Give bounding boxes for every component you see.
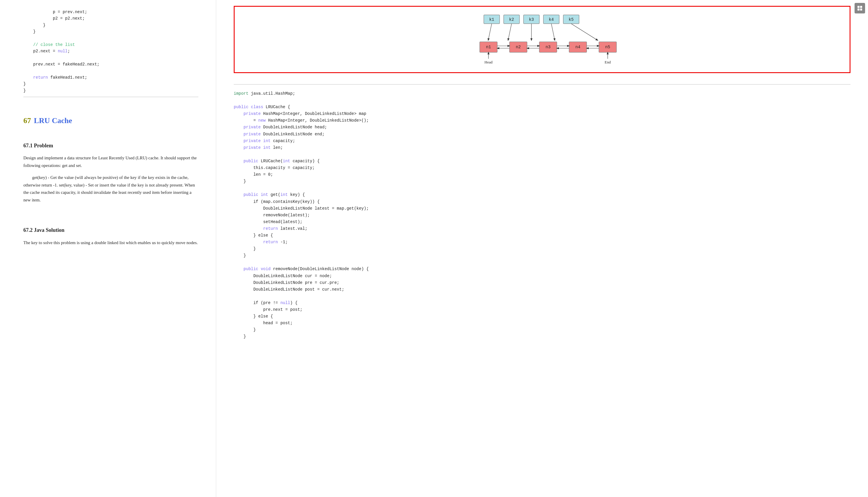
- svg-line-10: [488, 24, 492, 40]
- section-title: LRU Cache: [34, 115, 72, 127]
- svg-rect-37: [857, 6, 859, 8]
- java-code: import java.util.HashMap; public class L…: [234, 90, 851, 340]
- code-line: }: [24, 81, 198, 87]
- svg-line-11: [508, 24, 512, 40]
- svg-text:Head: Head: [484, 60, 492, 64]
- code-top-section: p = prev.next; p2 = p2.next; } } // clos…: [24, 9, 198, 94]
- subsection-gap: [24, 135, 198, 142]
- divider-top: [24, 97, 198, 97]
- problem-text-1: Design and implement a data structure fo…: [24, 154, 198, 169]
- section-gap: [24, 103, 198, 115]
- code-line: return fakeHead1.next;: [24, 74, 198, 81]
- svg-text:k4: k4: [549, 17, 554, 22]
- subsection-67-2-title: 67.2 Java Solution: [24, 226, 198, 235]
- divider-code: [234, 84, 851, 85]
- svg-text:k1: k1: [489, 17, 494, 22]
- code-line: [24, 55, 198, 61]
- code-line: p2.next = null;: [24, 48, 198, 54]
- section-heading: 67 LRU Cache: [24, 115, 198, 127]
- corner-icon[interactable]: [855, 3, 865, 13]
- code-line: }: [24, 22, 198, 28]
- code-line: }: [24, 87, 198, 94]
- right-panel: k1 k2 k3 k4 k5: [216, 0, 868, 497]
- code-line: prev.next = fakeHead2.next;: [24, 61, 198, 68]
- section-number: 67: [24, 115, 31, 127]
- code-line: }: [24, 28, 198, 35]
- subsection-67-1-title: 67.1 Problem: [24, 142, 198, 150]
- svg-text:k5: k5: [569, 17, 574, 22]
- gap: [24, 209, 198, 226]
- code-line: p = prev.next;: [24, 9, 198, 15]
- code-block-top: p = prev.next; p2 = p2.next; } } // clos…: [24, 9, 198, 94]
- svg-text:n1: n1: [486, 45, 491, 49]
- svg-text:n5: n5: [605, 45, 610, 49]
- code-line: p2 = p2.next;: [24, 15, 198, 22]
- svg-rect-40: [860, 9, 862, 11]
- svg-text:n2: n2: [516, 45, 520, 49]
- svg-text:k3: k3: [529, 17, 534, 22]
- code-line: [24, 35, 198, 42]
- lru-diagram: k1 k2 k3 k4 k5: [234, 6, 851, 73]
- problem-text-2: get(key) - Get the value (will always be…: [24, 174, 198, 204]
- code-line-comment: // close the list: [24, 42, 198, 48]
- code-line: [24, 68, 198, 74]
- diagram-svg: k1 k2 k3 k4 k5: [466, 13, 618, 68]
- svg-text:n4: n4: [575, 45, 580, 49]
- svg-line-14: [571, 24, 598, 40]
- svg-text:k2: k2: [509, 17, 514, 22]
- svg-rect-39: [857, 9, 859, 11]
- svg-line-13: [551, 24, 555, 40]
- left-panel: p = prev.next; p2 = p2.next; } } // clos…: [0, 0, 216, 497]
- diagram-svg-wrapper: k1 k2 k3 k4 k5: [244, 13, 841, 68]
- java-solution-text: The key to solve this problem is using a…: [24, 239, 198, 247]
- svg-text:n3: n3: [545, 45, 550, 49]
- svg-text:End: End: [604, 60, 610, 64]
- svg-rect-38: [860, 6, 862, 8]
